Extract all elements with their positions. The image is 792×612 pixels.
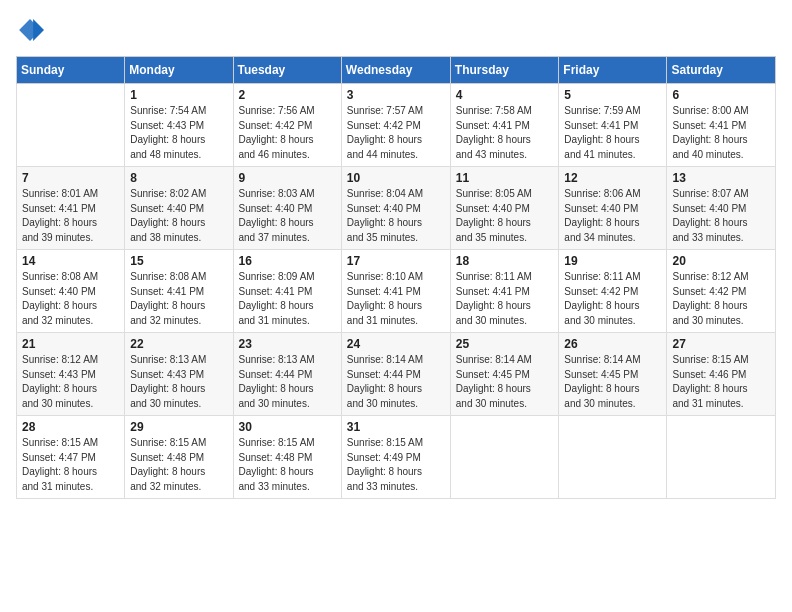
day-number: 14 <box>22 254 119 268</box>
day-info: Sunrise: 7:58 AMSunset: 4:41 PMDaylight:… <box>456 104 554 162</box>
day-number: 22 <box>130 337 227 351</box>
calendar-cell: 18Sunrise: 8:11 AMSunset: 4:41 PMDayligh… <box>450 250 559 333</box>
day-header-wednesday: Wednesday <box>341 57 450 84</box>
day-number: 29 <box>130 420 227 434</box>
calendar-cell: 24Sunrise: 8:14 AMSunset: 4:44 PMDayligh… <box>341 333 450 416</box>
day-number: 16 <box>239 254 336 268</box>
day-info: Sunrise: 8:14 AMSunset: 4:45 PMDaylight:… <box>564 353 661 411</box>
day-info: Sunrise: 7:54 AMSunset: 4:43 PMDaylight:… <box>130 104 227 162</box>
day-info: Sunrise: 8:08 AMSunset: 4:41 PMDaylight:… <box>130 270 227 328</box>
day-info: Sunrise: 8:07 AMSunset: 4:40 PMDaylight:… <box>672 187 770 245</box>
day-number: 7 <box>22 171 119 185</box>
day-info: Sunrise: 8:04 AMSunset: 4:40 PMDaylight:… <box>347 187 445 245</box>
day-info: Sunrise: 8:15 AMSunset: 4:46 PMDaylight:… <box>672 353 770 411</box>
day-number: 11 <box>456 171 554 185</box>
calendar-cell: 13Sunrise: 8:07 AMSunset: 4:40 PMDayligh… <box>667 167 776 250</box>
header <box>16 16 776 44</box>
calendar-cell <box>450 416 559 499</box>
day-number: 13 <box>672 171 770 185</box>
calendar-cell: 19Sunrise: 8:11 AMSunset: 4:42 PMDayligh… <box>559 250 667 333</box>
day-info: Sunrise: 8:15 AMSunset: 4:48 PMDaylight:… <box>239 436 336 494</box>
day-info: Sunrise: 8:05 AMSunset: 4:40 PMDaylight:… <box>456 187 554 245</box>
calendar-cell: 25Sunrise: 8:14 AMSunset: 4:45 PMDayligh… <box>450 333 559 416</box>
day-number: 18 <box>456 254 554 268</box>
calendar-cell: 28Sunrise: 8:15 AMSunset: 4:47 PMDayligh… <box>17 416 125 499</box>
day-header-saturday: Saturday <box>667 57 776 84</box>
day-number: 17 <box>347 254 445 268</box>
day-info: Sunrise: 8:02 AMSunset: 4:40 PMDaylight:… <box>130 187 227 245</box>
day-info: Sunrise: 8:14 AMSunset: 4:44 PMDaylight:… <box>347 353 445 411</box>
day-info: Sunrise: 8:11 AMSunset: 4:42 PMDaylight:… <box>564 270 661 328</box>
day-number: 28 <box>22 420 119 434</box>
calendar-cell <box>17 84 125 167</box>
calendar-cell <box>559 416 667 499</box>
calendar-cell: 15Sunrise: 8:08 AMSunset: 4:41 PMDayligh… <box>125 250 233 333</box>
calendar-table: SundayMondayTuesdayWednesdayThursdayFrid… <box>16 56 776 499</box>
day-info: Sunrise: 8:01 AMSunset: 4:41 PMDaylight:… <box>22 187 119 245</box>
calendar-cell: 31Sunrise: 8:15 AMSunset: 4:49 PMDayligh… <box>341 416 450 499</box>
day-info: Sunrise: 8:00 AMSunset: 4:41 PMDaylight:… <box>672 104 770 162</box>
day-number: 19 <box>564 254 661 268</box>
day-number: 25 <box>456 337 554 351</box>
day-number: 26 <box>564 337 661 351</box>
calendar-cell: 9Sunrise: 8:03 AMSunset: 4:40 PMDaylight… <box>233 167 341 250</box>
logo <box>16 16 48 44</box>
day-info: Sunrise: 7:57 AMSunset: 4:42 PMDaylight:… <box>347 104 445 162</box>
svg-marker-1 <box>33 19 44 41</box>
calendar-cell: 4Sunrise: 7:58 AMSunset: 4:41 PMDaylight… <box>450 84 559 167</box>
day-header-friday: Friday <box>559 57 667 84</box>
calendar-cell: 8Sunrise: 8:02 AMSunset: 4:40 PMDaylight… <box>125 167 233 250</box>
day-info: Sunrise: 8:15 AMSunset: 4:49 PMDaylight:… <box>347 436 445 494</box>
day-number: 24 <box>347 337 445 351</box>
day-header-tuesday: Tuesday <box>233 57 341 84</box>
calendar-cell: 3Sunrise: 7:57 AMSunset: 4:42 PMDaylight… <box>341 84 450 167</box>
day-number: 15 <box>130 254 227 268</box>
day-info: Sunrise: 8:06 AMSunset: 4:40 PMDaylight:… <box>564 187 661 245</box>
calendar-cell: 2Sunrise: 7:56 AMSunset: 4:42 PMDaylight… <box>233 84 341 167</box>
calendar-cell: 7Sunrise: 8:01 AMSunset: 4:41 PMDaylight… <box>17 167 125 250</box>
day-number: 30 <box>239 420 336 434</box>
day-number: 23 <box>239 337 336 351</box>
day-number: 10 <box>347 171 445 185</box>
calendar-cell: 17Sunrise: 8:10 AMSunset: 4:41 PMDayligh… <box>341 250 450 333</box>
calendar-cell: 6Sunrise: 8:00 AMSunset: 4:41 PMDaylight… <box>667 84 776 167</box>
day-number: 4 <box>456 88 554 102</box>
day-number: 12 <box>564 171 661 185</box>
calendar-cell: 29Sunrise: 8:15 AMSunset: 4:48 PMDayligh… <box>125 416 233 499</box>
calendar-cell: 12Sunrise: 8:06 AMSunset: 4:40 PMDayligh… <box>559 167 667 250</box>
day-info: Sunrise: 8:15 AMSunset: 4:48 PMDaylight:… <box>130 436 227 494</box>
day-number: 2 <box>239 88 336 102</box>
day-info: Sunrise: 7:56 AMSunset: 4:42 PMDaylight:… <box>239 104 336 162</box>
calendar-cell: 14Sunrise: 8:08 AMSunset: 4:40 PMDayligh… <box>17 250 125 333</box>
calendar-cell: 22Sunrise: 8:13 AMSunset: 4:43 PMDayligh… <box>125 333 233 416</box>
day-header-thursday: Thursday <box>450 57 559 84</box>
day-number: 5 <box>564 88 661 102</box>
day-number: 6 <box>672 88 770 102</box>
day-info: Sunrise: 8:13 AMSunset: 4:44 PMDaylight:… <box>239 353 336 411</box>
calendar-cell: 1Sunrise: 7:54 AMSunset: 4:43 PMDaylight… <box>125 84 233 167</box>
calendar-cell: 27Sunrise: 8:15 AMSunset: 4:46 PMDayligh… <box>667 333 776 416</box>
calendar-cell: 20Sunrise: 8:12 AMSunset: 4:42 PMDayligh… <box>667 250 776 333</box>
day-header-monday: Monday <box>125 57 233 84</box>
calendar-cell: 11Sunrise: 8:05 AMSunset: 4:40 PMDayligh… <box>450 167 559 250</box>
calendar-cell: 21Sunrise: 8:12 AMSunset: 4:43 PMDayligh… <box>17 333 125 416</box>
day-info: Sunrise: 8:12 AMSunset: 4:43 PMDaylight:… <box>22 353 119 411</box>
day-number: 20 <box>672 254 770 268</box>
day-info: Sunrise: 8:13 AMSunset: 4:43 PMDaylight:… <box>130 353 227 411</box>
day-number: 27 <box>672 337 770 351</box>
day-info: Sunrise: 8:10 AMSunset: 4:41 PMDaylight:… <box>347 270 445 328</box>
day-number: 21 <box>22 337 119 351</box>
calendar-cell: 26Sunrise: 8:14 AMSunset: 4:45 PMDayligh… <box>559 333 667 416</box>
calendar-cell: 10Sunrise: 8:04 AMSunset: 4:40 PMDayligh… <box>341 167 450 250</box>
day-header-sunday: Sunday <box>17 57 125 84</box>
day-info: Sunrise: 8:08 AMSunset: 4:40 PMDaylight:… <box>22 270 119 328</box>
calendar-cell <box>667 416 776 499</box>
day-number: 31 <box>347 420 445 434</box>
calendar-cell: 5Sunrise: 7:59 AMSunset: 4:41 PMDaylight… <box>559 84 667 167</box>
day-info: Sunrise: 7:59 AMSunset: 4:41 PMDaylight:… <box>564 104 661 162</box>
day-info: Sunrise: 8:11 AMSunset: 4:41 PMDaylight:… <box>456 270 554 328</box>
day-info: Sunrise: 8:14 AMSunset: 4:45 PMDaylight:… <box>456 353 554 411</box>
day-number: 3 <box>347 88 445 102</box>
calendar-cell: 30Sunrise: 8:15 AMSunset: 4:48 PMDayligh… <box>233 416 341 499</box>
day-info: Sunrise: 8:09 AMSunset: 4:41 PMDaylight:… <box>239 270 336 328</box>
